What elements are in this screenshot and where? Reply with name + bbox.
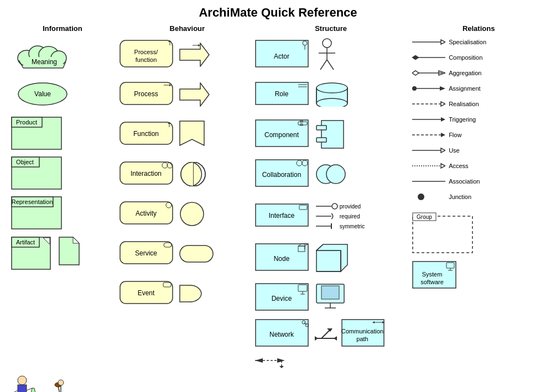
collaboration-box: Collaboration (255, 159, 310, 190)
svg-text:Communication: Communication (341, 328, 383, 334)
device-icon (316, 284, 348, 312)
svg-text:Device: Device (271, 295, 292, 302)
logo-area: Copyright Telematica Instituut, Enschede… (6, 374, 122, 392)
svg-text:software: software (420, 279, 444, 285)
svg-text:Interface: Interface (268, 212, 294, 219)
system-software-container: System software (412, 261, 550, 291)
component-icon (316, 120, 345, 149)
svg-point-163 (418, 194, 424, 200)
component-box: Component (255, 119, 310, 150)
info-row-product: Product (6, 114, 119, 154)
association-line (412, 177, 445, 185)
assignment-label: Assignment (449, 85, 480, 92)
use-line (412, 147, 445, 154)
svg-marker-159 (441, 148, 445, 153)
svg-point-54 (180, 202, 204, 226)
relations-column: Specialisation Composition Aggregation (407, 35, 550, 291)
activity-icon (179, 201, 205, 227)
svg-text:System: System (422, 271, 443, 278)
struct-row-device: Device (255, 278, 407, 318)
meaning-cloud: Meaning (17, 38, 72, 72)
device-box: Device (255, 283, 310, 313)
svg-point-76 (316, 83, 347, 93)
svg-marker-145 (412, 55, 419, 60)
interface-required: required (316, 212, 365, 220)
page: ArchiMate Quick Reference Information Be… (0, 0, 556, 392)
svg-text:Object: Object (16, 159, 34, 165)
svg-marker-141 (279, 366, 284, 368)
interaction-icon (179, 162, 207, 186)
logo-illustration (6, 374, 77, 392)
svg-rect-87 (316, 138, 326, 142)
network-box: Network (255, 319, 310, 349)
flow-label: Flow (449, 132, 461, 138)
rel-row-association: Association (412, 174, 550, 189)
struct-row-interface: Interface provided (255, 194, 407, 238)
svg-text:path: path (356, 336, 368, 342)
interaction-box: Interaction (119, 161, 175, 187)
info-row-value: Value (6, 75, 119, 114)
svg-line-70 (327, 60, 334, 70)
svg-text:Service: Service (135, 249, 157, 257)
svg-rect-118 (321, 286, 339, 299)
svg-point-150 (412, 86, 417, 91)
col-header-behaviour: Behaviour (119, 24, 255, 33)
aggregation-label: Aggregation (449, 70, 481, 76)
specialisation-label: Specialisation (449, 39, 486, 45)
rel-row-composition: Composition (412, 50, 550, 65)
svg-rect-58 (180, 245, 213, 262)
interface-variants: provided required sy (316, 202, 365, 230)
info-row-representation: Representation (6, 194, 119, 234)
role-icon (316, 82, 348, 107)
representation-rect: Representation (11, 196, 72, 232)
svg-text:Meaning: Meaning (32, 58, 57, 66)
svg-point-173 (18, 376, 27, 385)
svg-text:Artifact: Artifact (16, 239, 35, 245)
junction-dot (412, 193, 445, 201)
svg-marker-155 (441, 117, 445, 122)
rel-row-junction: Junction (412, 190, 550, 204)
service-box: Service (119, 241, 175, 267)
struct-row-role: Role (255, 75, 407, 114)
svg-text:Network: Network (269, 331, 294, 338)
col-header-structure: Structure (255, 24, 407, 33)
svg-marker-38 (180, 83, 209, 106)
svg-marker-43 (180, 121, 204, 145)
struct-row-node: Node (255, 238, 407, 278)
svg-text:Function: Function (133, 130, 159, 138)
association-label: Association (449, 178, 480, 185)
svg-marker-161 (441, 164, 445, 168)
rel-row-flow: Flow (412, 128, 550, 142)
struct-row-actor: Actor (255, 35, 407, 75)
svg-marker-138 (277, 358, 285, 363)
system-software-box: System software (412, 261, 458, 291)
beh-row-activity: Activity (119, 194, 255, 234)
aggregation-line (412, 69, 445, 77)
svg-rect-86 (316, 126, 326, 130)
col-header-information: Information (6, 24, 119, 33)
svg-point-66 (323, 39, 331, 48)
struct-row-component: Component (255, 114, 407, 154)
structure-column: Actor (255, 35, 407, 369)
svg-text:Activity: Activity (136, 210, 157, 217)
product-rect: Product (11, 117, 72, 153)
page-title: ArchiMate Quick Reference (6, 6, 550, 20)
group-box: Group (412, 210, 473, 255)
realisation-line (412, 100, 445, 108)
svg-point-77 (316, 98, 347, 107)
col-header-relations: Relations (407, 24, 550, 33)
function-box: Function (119, 122, 175, 148)
value-ellipse: Value (17, 82, 69, 108)
specialisation-line (412, 38, 445, 46)
svg-marker-31 (180, 43, 209, 66)
beh-row-process: Process (119, 75, 255, 114)
realisation-label: Realisation (449, 101, 479, 107)
info-row-meaning: Meaning (6, 35, 119, 75)
role-box: Role (255, 82, 310, 108)
behaviour-column: Process/ function (119, 35, 255, 313)
svg-text:Node: Node (273, 255, 289, 263)
rel-row-aggregation: Aggregation (412, 66, 550, 80)
svg-text:Process/: Process/ (134, 49, 158, 55)
assignment-line (412, 85, 445, 92)
interface-box: Interface (255, 203, 310, 229)
